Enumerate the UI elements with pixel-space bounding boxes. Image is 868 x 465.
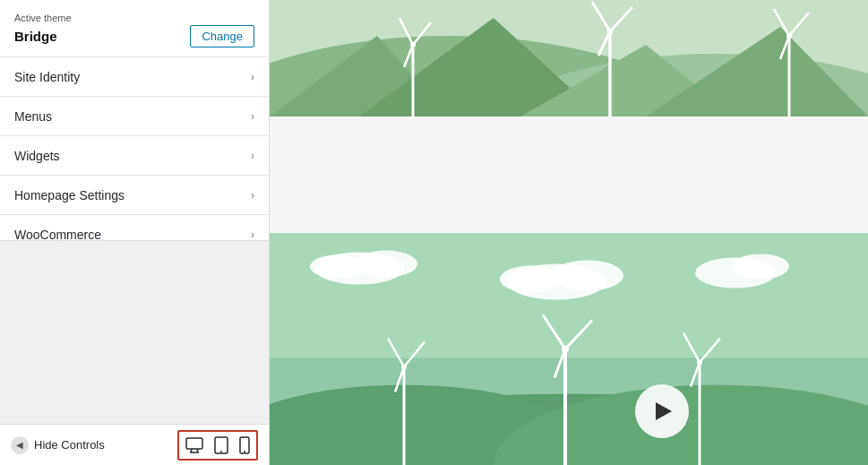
preview-gap bbox=[270, 116, 868, 233]
hide-controls-button[interactable]: ◀ Hide Controls bbox=[11, 436, 105, 454]
chevron-right-icon: › bbox=[251, 110, 254, 123]
change-theme-button[interactable]: Change bbox=[190, 25, 254, 47]
tablet-view-button[interactable] bbox=[211, 434, 231, 457]
nav-item-site-identity[interactable]: Site Identity › bbox=[0, 57, 269, 97]
play-button[interactable] bbox=[635, 384, 689, 438]
svg-point-37 bbox=[500, 266, 559, 293]
active-theme-label: Active theme bbox=[14, 13, 254, 23]
device-buttons-group bbox=[177, 430, 258, 461]
chevron-right-icon: › bbox=[251, 71, 254, 83]
bottom-bar: ◀ Hide Controls bbox=[0, 424, 269, 465]
sidebar-spacer bbox=[0, 240, 269, 424]
play-triangle-icon bbox=[656, 402, 672, 420]
chevron-right-icon: › bbox=[251, 189, 254, 202]
hide-controls-arrow-icon: ◀ bbox=[11, 436, 29, 454]
hide-controls-label: Hide Controls bbox=[34, 438, 105, 452]
nav-item-menus[interactable]: Menus › bbox=[0, 97, 269, 136]
active-theme-name: Bridge bbox=[14, 29, 57, 44]
svg-point-36 bbox=[552, 261, 623, 291]
svg-point-33 bbox=[355, 251, 417, 278]
nav-item-label: Widgets bbox=[14, 149, 60, 163]
svg-point-34 bbox=[310, 255, 364, 279]
nav-item-woocommerce[interactable]: WooCommerce › bbox=[0, 215, 269, 240]
preview-bottom-scene bbox=[270, 233, 868, 465]
nav-item-label: Homepage Settings bbox=[14, 188, 125, 202]
chevron-right-icon: › bbox=[251, 228, 254, 241]
nav-item-homepage-settings[interactable]: Homepage Settings › bbox=[0, 176, 269, 215]
preview-top-scene bbox=[270, 0, 868, 116]
svg-point-5 bbox=[220, 451, 222, 452]
nav-item-label: Site Identity bbox=[14, 70, 80, 84]
svg-point-7 bbox=[244, 451, 245, 452]
nav-item-widgets[interactable]: Widgets › bbox=[0, 136, 269, 176]
nav-item-label: Menus bbox=[14, 109, 52, 124]
active-theme-section: Active theme Bridge Change bbox=[0, 0, 269, 57]
nav-list: Site Identity › Menus › Widgets › Homepa… bbox=[0, 57, 269, 240]
sidebar: Active theme Bridge Change Site Identity… bbox=[0, 0, 270, 465]
desktop-view-button[interactable] bbox=[183, 435, 206, 456]
chevron-right-icon: › bbox=[251, 150, 254, 162]
svg-rect-0 bbox=[186, 438, 202, 449]
preview-area bbox=[270, 0, 868, 465]
nav-item-label: WooCommerce bbox=[14, 228, 101, 241]
mobile-view-button[interactable] bbox=[236, 434, 253, 457]
svg-point-39 bbox=[732, 254, 789, 280]
